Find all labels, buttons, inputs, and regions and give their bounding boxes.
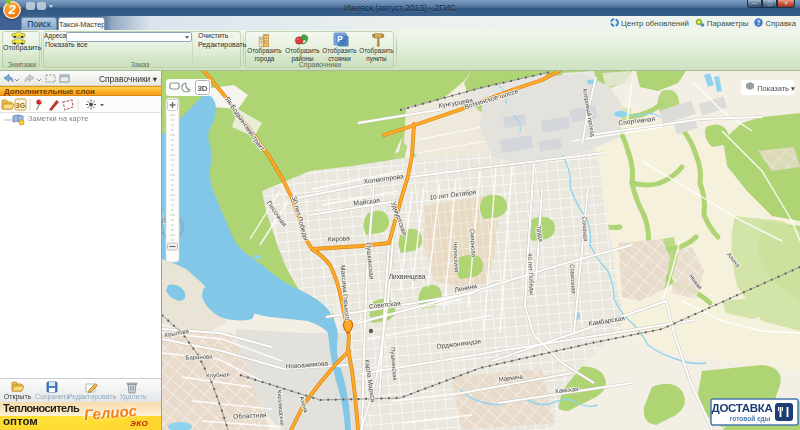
svg-text:Показать ▾: Показать ▾	[757, 84, 795, 93]
svg-text:Клубная: Клубная	[206, 371, 230, 378]
svg-text:готовой еды: готовой еды	[730, 415, 771, 423]
svg-text:?: ?	[757, 19, 761, 26]
svg-text:ДОСТАВКА: ДОСТАВКА	[712, 402, 773, 414]
svg-text:3D: 3D	[197, 84, 207, 93]
svg-text:3G: 3G	[16, 102, 26, 109]
svg-text:P: P	[337, 35, 343, 44]
svg-text:Лихвинцева: Лихвинцева	[389, 273, 426, 281]
